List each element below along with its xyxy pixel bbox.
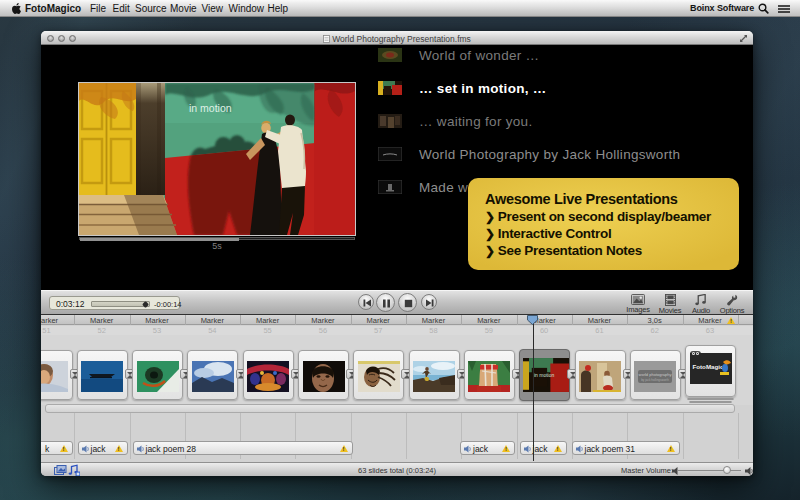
svg-text:world photography: world photography: [639, 372, 672, 377]
svg-text:by jack hollingsworth: by jack hollingsworth: [641, 378, 669, 382]
svg-text:in motion: in motion: [534, 372, 555, 378]
svg-text:in motion: in motion: [189, 102, 232, 114]
